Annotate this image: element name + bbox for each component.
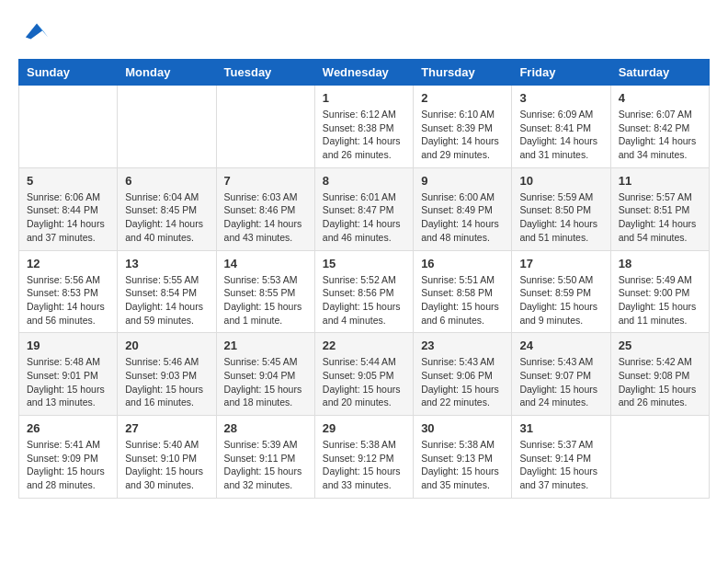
day-info: Sunrise: 6:04 AMSunset: 8:45 PMDaylight:…	[125, 190, 208, 245]
day-number: 6	[125, 174, 208, 188]
weekday-header-row: SundayMondayTuesdayWednesdayThursdayFrid…	[19, 60, 710, 86]
calendar-cell: 2Sunrise: 6:10 AMSunset: 8:39 PMDaylight…	[414, 86, 512, 168]
day-number: 15	[323, 257, 405, 270]
day-number: 25	[619, 339, 701, 352]
calendar-cell: 7Sunrise: 6:03 AMSunset: 8:46 PMDaylight…	[216, 167, 314, 250]
day-number: 20	[125, 339, 208, 352]
day-info: Sunrise: 5:57 AMSunset: 8:51 PMDaylight:…	[619, 190, 701, 245]
calendar-cell: 1Sunrise: 6:12 AMSunset: 8:38 PMDaylight…	[314, 86, 413, 168]
day-number: 21	[224, 339, 307, 352]
day-info: Sunrise: 6:01 AMSunset: 8:47 PMDaylight:…	[323, 190, 405, 245]
day-number: 1	[323, 91, 405, 105]
calendar-cell: 26Sunrise: 5:41 AMSunset: 9:09 PMDayligh…	[19, 416, 118, 499]
calendar-cell: 14Sunrise: 5:53 AMSunset: 8:55 PMDayligh…	[216, 250, 314, 333]
day-number: 18	[619, 257, 701, 270]
weekday-header: Friday	[512, 60, 610, 86]
day-info: Sunrise: 6:03 AMSunset: 8:46 PMDaylight:…	[224, 190, 307, 245]
day-number: 9	[421, 174, 504, 188]
day-number: 10	[519, 174, 602, 188]
day-info: Sunrise: 5:49 AMSunset: 9:00 PMDaylight:…	[619, 273, 701, 327]
weekday-header: Monday	[118, 60, 216, 86]
day-number: 11	[619, 174, 701, 188]
calendar-cell	[216, 86, 314, 168]
day-info: Sunrise: 5:38 AMSunset: 9:13 PMDaylight:…	[421, 438, 504, 492]
day-info: Sunrise: 5:51 AMSunset: 8:58 PMDaylight:…	[421, 273, 504, 327]
day-number: 2	[421, 91, 504, 105]
day-number: 31	[519, 421, 602, 435]
day-number: 28	[224, 421, 307, 435]
calendar-cell: 17Sunrise: 5:50 AMSunset: 8:59 PMDayligh…	[512, 250, 610, 333]
day-info: Sunrise: 5:40 AMSunset: 9:10 PMDaylight:…	[125, 438, 208, 492]
day-number: 12	[27, 257, 109, 270]
day-info: Sunrise: 5:41 AMSunset: 9:09 PMDaylight:…	[27, 438, 109, 492]
day-info: Sunrise: 5:48 AMSunset: 9:01 PMDaylight:…	[27, 355, 109, 409]
calendar-cell: 22Sunrise: 5:44 AMSunset: 9:05 PMDayligh…	[314, 333, 413, 416]
day-info: Sunrise: 5:45 AMSunset: 9:04 PMDaylight:…	[224, 355, 307, 409]
day-number: 27	[125, 421, 208, 435]
day-number: 3	[519, 91, 602, 105]
day-info: Sunrise: 5:52 AMSunset: 8:56 PMDaylight:…	[323, 273, 405, 327]
calendar-cell: 19Sunrise: 5:48 AMSunset: 9:01 PMDayligh…	[19, 333, 118, 416]
svg-marker-0	[26, 24, 48, 40]
calendar-cell: 15Sunrise: 5:52 AMSunset: 8:56 PMDayligh…	[314, 250, 413, 333]
calendar-cell: 29Sunrise: 5:38 AMSunset: 9:12 PMDayligh…	[314, 416, 413, 499]
day-number: 23	[421, 339, 504, 352]
day-number: 5	[27, 174, 109, 188]
day-number: 14	[224, 257, 307, 270]
day-number: 30	[421, 421, 504, 435]
day-info: Sunrise: 5:59 AMSunset: 8:50 PMDaylight:…	[519, 190, 602, 245]
day-info: Sunrise: 6:06 AMSunset: 8:44 PMDaylight:…	[27, 190, 109, 245]
day-info: Sunrise: 5:38 AMSunset: 9:12 PMDaylight:…	[323, 438, 405, 492]
calendar-cell: 25Sunrise: 5:42 AMSunset: 9:08 PMDayligh…	[610, 333, 709, 416]
day-info: Sunrise: 5:37 AMSunset: 9:14 PMDaylight:…	[519, 438, 602, 492]
calendar-cell: 10Sunrise: 5:59 AMSunset: 8:50 PMDayligh…	[512, 167, 610, 250]
day-info: Sunrise: 5:42 AMSunset: 9:08 PMDaylight:…	[619, 355, 701, 409]
day-info: Sunrise: 6:00 AMSunset: 8:49 PMDaylight:…	[421, 190, 504, 245]
calendar-week-row: 12Sunrise: 5:56 AMSunset: 8:53 PMDayligh…	[19, 250, 710, 333]
calendar-cell: 23Sunrise: 5:43 AMSunset: 9:06 PMDayligh…	[414, 333, 512, 416]
day-number: 19	[27, 339, 109, 352]
calendar-cell: 24Sunrise: 5:43 AMSunset: 9:07 PMDayligh…	[512, 333, 610, 416]
day-info: Sunrise: 5:56 AMSunset: 8:53 PMDaylight:…	[27, 273, 109, 327]
weekday-header: Thursday	[414, 60, 512, 86]
day-number: 24	[519, 339, 602, 352]
logo-icon	[24, 18, 50, 44]
day-info: Sunrise: 5:39 AMSunset: 9:11 PMDaylight:…	[224, 438, 307, 492]
calendar-cell: 31Sunrise: 5:37 AMSunset: 9:14 PMDayligh…	[512, 416, 610, 499]
calendar-cell: 9Sunrise: 6:00 AMSunset: 8:49 PMDaylight…	[414, 167, 512, 250]
calendar-week-row: 26Sunrise: 5:41 AMSunset: 9:09 PMDayligh…	[19, 416, 710, 499]
day-number: 16	[421, 257, 504, 270]
calendar-cell: 11Sunrise: 5:57 AMSunset: 8:51 PMDayligh…	[610, 167, 709, 250]
day-number: 17	[519, 257, 602, 270]
weekday-header: Saturday	[610, 60, 709, 86]
day-info: Sunrise: 5:55 AMSunset: 8:54 PMDaylight:…	[125, 273, 208, 327]
day-info: Sunrise: 6:10 AMSunset: 8:39 PMDaylight:…	[421, 108, 504, 162]
calendar-cell: 16Sunrise: 5:51 AMSunset: 8:58 PMDayligh…	[414, 250, 512, 333]
day-number: 13	[125, 257, 208, 270]
calendar-cell: 28Sunrise: 5:39 AMSunset: 9:11 PMDayligh…	[216, 416, 314, 499]
day-number: 4	[619, 91, 701, 105]
day-info: Sunrise: 5:46 AMSunset: 9:03 PMDaylight:…	[125, 355, 208, 409]
calendar-cell: 6Sunrise: 6:04 AMSunset: 8:45 PMDaylight…	[118, 167, 216, 250]
calendar-cell	[118, 86, 216, 168]
calendar-week-row: 19Sunrise: 5:48 AMSunset: 9:01 PMDayligh…	[19, 333, 710, 416]
calendar-cell	[19, 86, 118, 168]
calendar-cell: 18Sunrise: 5:49 AMSunset: 9:00 PMDayligh…	[610, 250, 709, 333]
day-number: 22	[323, 339, 405, 352]
calendar-week-row: 5Sunrise: 6:06 AMSunset: 8:44 PMDaylight…	[19, 167, 710, 250]
calendar-cell: 5Sunrise: 6:06 AMSunset: 8:44 PMDaylight…	[19, 167, 118, 250]
day-info: Sunrise: 6:09 AMSunset: 8:41 PMDaylight:…	[519, 108, 602, 162]
calendar-table: SundayMondayTuesdayWednesdayThursdayFrid…	[18, 59, 710, 499]
day-info: Sunrise: 6:12 AMSunset: 8:38 PMDaylight:…	[323, 108, 405, 162]
day-info: Sunrise: 5:53 AMSunset: 8:55 PMDaylight:…	[224, 273, 307, 327]
day-info: Sunrise: 5:50 AMSunset: 8:59 PMDaylight:…	[519, 273, 602, 327]
day-info: Sunrise: 6:07 AMSunset: 8:42 PMDaylight:…	[619, 108, 701, 162]
calendar-cell: 30Sunrise: 5:38 AMSunset: 9:13 PMDayligh…	[414, 416, 512, 499]
calendar-cell	[610, 416, 709, 499]
calendar-cell: 27Sunrise: 5:40 AMSunset: 9:10 PMDayligh…	[118, 416, 216, 499]
day-info: Sunrise: 5:44 AMSunset: 9:05 PMDaylight:…	[323, 355, 405, 409]
calendar-cell: 21Sunrise: 5:45 AMSunset: 9:04 PMDayligh…	[216, 333, 314, 416]
weekday-header: Wednesday	[314, 60, 413, 86]
calendar-week-row: 1Sunrise: 6:12 AMSunset: 8:38 PMDaylight…	[19, 86, 710, 168]
weekday-header: Tuesday	[216, 60, 314, 86]
